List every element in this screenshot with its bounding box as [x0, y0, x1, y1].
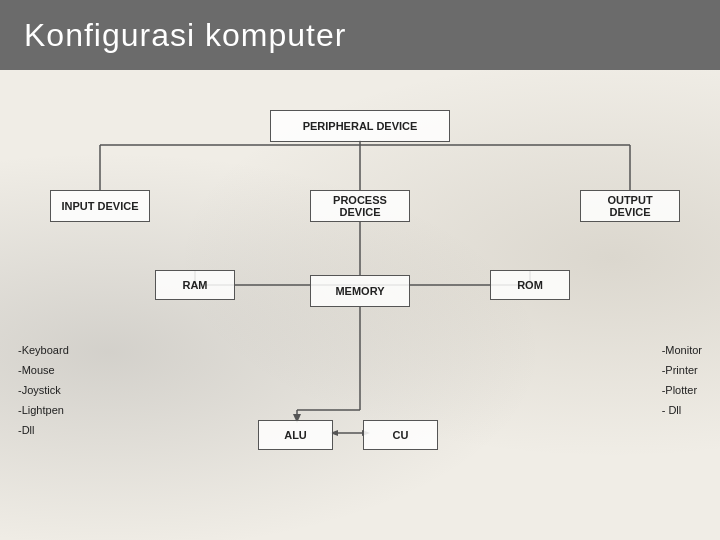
input-device-box: INPUT DEVICE	[50, 190, 150, 222]
page-title: Konfigurasi komputer	[24, 17, 346, 54]
main-content: PERIPHERAL DEVICE INPUT DEVICE PROCESS D…	[0, 70, 720, 540]
list-item: -Plotter	[662, 380, 702, 400]
list-item: -Printer	[662, 360, 702, 380]
list-item: -Joystick	[18, 380, 69, 400]
list-item: -Lightpen	[18, 400, 69, 420]
list-item: -Dll	[18, 420, 69, 440]
peripheral-device-box: PERIPHERAL DEVICE	[270, 110, 450, 142]
list-item: - Dll	[662, 400, 702, 420]
cu-box: CU	[363, 420, 438, 450]
list-item: -Monitor	[662, 340, 702, 360]
ram-box: RAM	[155, 270, 235, 300]
list-item: -Keyboard	[18, 340, 69, 360]
list-item: -Mouse	[18, 360, 69, 380]
header: Konfigurasi komputer	[0, 0, 720, 70]
alu-box: ALU	[258, 420, 333, 450]
input-device-list: -Keyboard -Mouse -Joystick -Lightpen -Dl…	[18, 340, 69, 440]
memory-box: MEMORY	[310, 275, 410, 307]
output-device-list: -Monitor -Printer -Plotter - Dll	[662, 340, 702, 420]
output-device-box: OUTPUT DEVICE	[580, 190, 680, 222]
rom-box: ROM	[490, 270, 570, 300]
process-device-box: PROCESS DEVICE	[310, 190, 410, 222]
